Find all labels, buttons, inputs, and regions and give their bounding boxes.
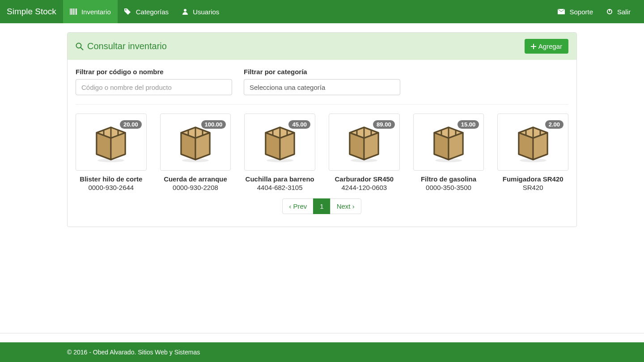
svg-rect-1 [71, 8, 72, 15]
filter-category-label: Filtrar por categoría [244, 68, 400, 76]
filter-category-select[interactable]: Selecciona una categoría [244, 79, 400, 95]
barcode-icon [70, 8, 79, 15]
search-icon [76, 42, 84, 51]
svg-point-31 [182, 159, 209, 162]
svg-point-63 [520, 159, 547, 162]
product-card[interactable]: 20.00 Blister hilo de corte 0000-930-264… [76, 114, 147, 191]
divider [76, 104, 568, 105]
svg-rect-6 [76, 8, 77, 15]
product-thumb[interactable]: 100.00 [160, 114, 231, 171]
svg-marker-35 [280, 133, 294, 160]
svg-point-8 [184, 9, 186, 12]
product-name: Blister hilo de corte [76, 175, 147, 183]
nav-label: Categorías [136, 8, 169, 16]
svg-point-23 [97, 159, 124, 162]
product-code: SR420 [497, 184, 568, 191]
product-thumb[interactable]: 20.00 [76, 114, 147, 171]
power-icon [606, 8, 615, 15]
product-code: 4404-682-3105 [244, 184, 315, 191]
svg-marker-58 [519, 133, 533, 160]
add-button[interactable]: Agregar [525, 39, 568, 54]
nav-label: Inventario [81, 8, 111, 16]
svg-rect-3 [73, 8, 74, 15]
plus-icon [531, 44, 536, 49]
nav-label: Soporte [569, 8, 593, 16]
svg-point-55 [435, 159, 462, 162]
svg-marker-43 [364, 133, 378, 160]
qty-badge: 2.00 [545, 120, 564, 129]
nav-inventario[interactable]: Inventario [63, 0, 118, 23]
product-code: 0000-930-2208 [160, 184, 231, 191]
svg-marker-27 [195, 133, 210, 160]
svg-line-13 [80, 47, 83, 50]
svg-marker-42 [350, 133, 364, 160]
svg-rect-0 [70, 8, 70, 15]
qty-badge: 100.00 [201, 120, 226, 129]
page-next[interactable]: Next › [330, 198, 361, 214]
nav-label: Salir [617, 8, 631, 16]
product-code: 4244-120-0603 [329, 184, 400, 191]
product-name: Fumigadora SR420 [497, 175, 568, 183]
panel-title: Consultar inventario [76, 41, 167, 51]
product-grid: 20.00 Blister hilo de corte 0000-930-264… [76, 114, 568, 191]
product-code: 0000-350-3500 [413, 184, 484, 191]
nav-categorias[interactable]: Categorías [118, 0, 175, 23]
qty-badge: 20.00 [120, 120, 142, 129]
product-card[interactable]: 15.00 Filtro de gasolina 0000-350-3500 [413, 114, 484, 191]
qty-badge: 89.00 [373, 120, 395, 129]
svg-rect-5 [75, 8, 76, 15]
svg-marker-18 [97, 133, 111, 160]
product-name: Filtro de gasolina [413, 175, 484, 183]
add-button-label: Agregar [538, 42, 562, 50]
product-name: Cuerda de arranque [160, 175, 231, 183]
page-prev[interactable]: ‹ Prev [282, 198, 314, 214]
product-thumb[interactable]: 89.00 [329, 114, 400, 171]
svg-marker-26 [181, 133, 195, 160]
navbar: Simple Stock Inventario Categorías Usuar… [0, 0, 644, 23]
product-thumb[interactable]: 15.00 [413, 114, 484, 171]
svg-point-7 [125, 9, 126, 10]
nav-usuarios[interactable]: Usuarios [175, 0, 226, 23]
brand-link[interactable]: Simple Stock [0, 0, 63, 23]
product-thumb[interactable]: 2.00 [497, 114, 568, 171]
product-name: Carburador SR450 [329, 175, 400, 183]
product-code: 0000-930-2644 [76, 184, 147, 191]
svg-marker-19 [111, 133, 125, 160]
product-card[interactable]: 89.00 Carburador SR450 4244-120-0603 [329, 114, 400, 191]
filter-code-input[interactable] [76, 79, 232, 95]
product-name: Cuchilla para barreno [244, 175, 315, 183]
pagination: ‹ Prev 1 Next › [76, 198, 568, 214]
svg-point-39 [267, 159, 293, 162]
footer-divider [0, 333, 644, 333]
svg-marker-59 [533, 133, 547, 160]
svg-point-12 [76, 43, 81, 48]
svg-point-47 [351, 159, 377, 162]
qty-badge: 45.00 [288, 120, 310, 129]
filter-code-label: Filtrar por código o nombre [76, 68, 232, 76]
product-thumb[interactable]: 45.00 [244, 114, 315, 171]
svg-marker-50 [434, 133, 449, 160]
product-card[interactable]: 100.00 Cuerda de arranque 0000-930-2208 [160, 114, 231, 191]
product-card[interactable]: 45.00 Cuchilla para barreno 4404-682-310… [244, 114, 315, 191]
nav-soporte[interactable]: Soporte [551, 0, 600, 23]
tags-icon [124, 8, 134, 15]
page-current[interactable]: 1 [313, 198, 330, 214]
nav-salir[interactable]: Salir [600, 0, 637, 23]
product-card[interactable]: 2.00 Fumigadora SR420 SR420 [497, 114, 568, 191]
footer: © 2016 - Obed Alvarado. Sitios Web y Sis… [0, 342, 644, 362]
user-icon [182, 8, 191, 15]
svg-marker-34 [266, 133, 280, 160]
svg-rect-2 [72, 8, 72, 15]
svg-marker-51 [449, 133, 463, 160]
envelope-icon [558, 9, 567, 14]
inventory-panel: Consultar inventario Agregar Filtrar por… [67, 32, 577, 227]
footer-text: © 2016 - Obed Alvarado. Sitios Web y Sis… [67, 349, 200, 356]
svg-rect-4 [74, 8, 75, 15]
qty-badge: 15.00 [458, 120, 479, 129]
nav-label: Usuarios [193, 8, 219, 16]
panel-heading: Consultar inventario Agregar [68, 33, 576, 60]
